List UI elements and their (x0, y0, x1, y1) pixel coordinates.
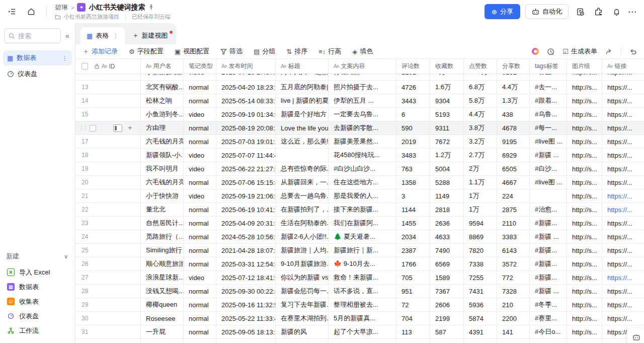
share-arrow-icon[interactable] (605, 48, 613, 55)
breadcrumb-parent[interactable]: 碧琳 (55, 3, 68, 12)
table-cell-shares[interactable]: 6143 (497, 244, 530, 257)
table-cell-tags[interactable]: #冬季... (530, 298, 567, 311)
table-cell-user[interactable]: 椰椰queen (141, 298, 184, 311)
row-index-cell[interactable]: 25 (75, 244, 141, 257)
table-cell-likes[interactable]: 7255 (464, 271, 497, 284)
table-cell-link[interactable]: https://... (602, 271, 644, 284)
table-cell-time[interactable]: 2025-05-14 08:33:11 (216, 94, 276, 107)
table-cell-img[interactable]: http://s... (567, 162, 602, 175)
table-cell-collects[interactable]: 1万 (430, 74, 464, 80)
table-cell-collects[interactable]: 9304 (430, 94, 464, 107)
table-cell-comments[interactable]: 1455 (396, 217, 430, 230)
table-cell-likes[interactable]: 3.8万 (464, 121, 497, 134)
table-cell-type[interactable]: normal (184, 176, 216, 189)
table-cell-collects[interactable]: 2199 (430, 312, 464, 325)
table-cell-comments[interactable]: 3 (396, 189, 430, 202)
table-cell-user[interactable]: 董北北 (141, 203, 184, 216)
table-cell-link[interactable]: https://... (602, 81, 644, 94)
table-cell-content[interactable]: 行程亮点: ... (329, 74, 396, 80)
row-index-cell[interactable]: 23 (75, 217, 141, 230)
column-header-link[interactable]: A≡链接 (602, 59, 644, 74)
table-cell-title[interactable]: 总有些惊奇的际... (276, 162, 329, 175)
table-cell-tags[interactable]: #新疆 ... (530, 230, 567, 243)
row-height-button[interactable]: ≡↕ 行高 (318, 47, 341, 56)
table-cell-likes[interactable]: 7820 (464, 244, 497, 257)
table-cell-img[interactable]: http://s... (567, 74, 602, 80)
table-cell-collects[interactable]: 1.2万 (430, 149, 464, 162)
project-name[interactable]: 小红书新西兰旅游项目 (64, 13, 119, 21)
table-cell-title[interactable]: 这么近，那么美! (276, 135, 329, 148)
row-index-cell[interactable]: 18 (75, 149, 141, 162)
sidebar-toggle-icon[interactable] (5, 5, 19, 19)
table-cell-tags[interactable]: #治愈... (530, 203, 567, 216)
table-cell-img[interactable]: http://s... (567, 325, 602, 338)
table-cell-type[interactable]: video (184, 149, 216, 162)
table-cell-link[interactable]: https://... (602, 298, 644, 311)
table-cell-user[interactable]: 六毛钱的月亮 (141, 176, 184, 189)
table-cell-shares[interactable]: 1.3万 (497, 94, 530, 107)
table-cell-collects[interactable]: 2818 (430, 203, 464, 216)
table-cell-likes[interactable]: 7431 (464, 285, 497, 298)
column-header-likes[interactable]: 点赞数 (464, 59, 497, 74)
table-cell-tags[interactable] (530, 189, 567, 202)
table-cell-link[interactable]: https://... (602, 203, 644, 216)
table-cell-time[interactable]: 2025-04-09 20:31:31 (216, 217, 276, 230)
table-cell-img[interactable]: http://s... (567, 257, 602, 270)
table-cell-img[interactable]: http://s... (567, 312, 602, 325)
row-index-cell[interactable]: 22 (75, 203, 141, 216)
table-cell-time[interactable]: 2025-05-22 11:33:46 (216, 312, 276, 325)
generate-form-button[interactable]: ☑ 生成表单 (562, 47, 597, 56)
table-cell-link[interactable]: https://... (602, 94, 644, 107)
table-cell-shares[interactable]: 2875 (497, 203, 530, 216)
table-cell-content[interactable]: 5月的新疆真... (329, 312, 396, 325)
page-title[interactable]: 小红书关键词搜索 (89, 3, 145, 12)
table-cell-title[interactable]: 两个大人 一趟新... (276, 74, 329, 80)
table-cell-tags[interactable]: #新疆 ... (530, 285, 567, 298)
table-cell-user[interactable]: 六毛钱的月亮 (141, 135, 184, 148)
table-cell-shares[interactable]: 9152 (497, 74, 530, 80)
table-cell-link[interactable]: https://... (602, 312, 644, 325)
table-cell-title[interactable]: 你以为的新疆 vs... (276, 271, 329, 284)
table-cell-shares[interactable]: 4.4万 (497, 81, 530, 94)
column-header-type[interactable]: 笔记类型 (184, 59, 216, 74)
table-cell-title[interactable]: 新疆2-6人小团!!... (276, 230, 329, 243)
undo-icon[interactable] (629, 48, 637, 55)
table-cell-user[interactable]: 自然居民计... (141, 217, 184, 230)
table-cell-collects[interactable]: 2606 (430, 298, 464, 311)
table-cell-tags[interactable]: #赛里... (530, 74, 567, 80)
table-cell-link[interactable]: https://... (602, 189, 644, 202)
automation-button[interactable]: 自动化 (525, 4, 569, 19)
sidebar-new-dashboard[interactable]: 仪表盘 (3, 309, 72, 323)
view-more-icon[interactable]: ⋮ (113, 32, 119, 39)
column-header-comments[interactable]: 评论数 (396, 59, 430, 74)
table-cell-type[interactable]: normal (184, 121, 216, 134)
sort-button[interactable]: ⇅ 排序 (286, 47, 307, 56)
table-cell-likes[interactable]: 1万 (464, 189, 497, 202)
table-cell-shares[interactable]: 4667 (497, 176, 530, 189)
table-cell-user[interactable]: 没钱又想喝... (141, 285, 184, 298)
table-cell-type[interactable]: video (184, 189, 216, 202)
table-cell-link[interactable]: https://... (602, 162, 644, 175)
table-cell-content[interactable]: 起了个大早凉... (329, 325, 396, 338)
table-cell-tags[interactable]: #新疆... (530, 257, 567, 270)
table-cell-shares[interactable]: 772 (497, 271, 530, 284)
more-options-icon[interactable]: ⋯ (628, 7, 637, 17)
table-cell-type[interactable]: normal (184, 312, 216, 325)
table-cell-content[interactable]: 救命！来新疆... (329, 271, 396, 284)
table-cell-tags[interactable]: #赛里... (530, 312, 567, 325)
select-all-checkbox[interactable] (82, 63, 88, 70)
table-cell-comments[interactable]: 590 (396, 121, 430, 134)
table-cell-content[interactable]: 新疆美景果然... (329, 135, 396, 148)
table-cell-content[interactable]: 花4580报纯玩... (329, 149, 396, 162)
table-cell-comments[interactable]: 763 (396, 162, 430, 175)
search-box[interactable] (4, 28, 61, 43)
table-cell-user[interactable]: 小森新疆领队 (141, 74, 184, 80)
row-index-cell[interactable]: 27 (75, 271, 141, 284)
row-index-cell[interactable]: 20 (75, 176, 141, 189)
table-cell-img[interactable]: http://s... (567, 121, 602, 134)
sidebar-new-form[interactable]: ☑ 收集表 (3, 294, 72, 309)
table-cell-user[interactable]: 顺心顺意旅游 (141, 257, 184, 270)
tab-grid-view[interactable]: ▦ 表格 ⋮ (80, 27, 125, 44)
table-cell-tags[interactable]: #live图 ... (530, 135, 567, 148)
table-cell-link[interactable]: https://... (602, 108, 644, 121)
